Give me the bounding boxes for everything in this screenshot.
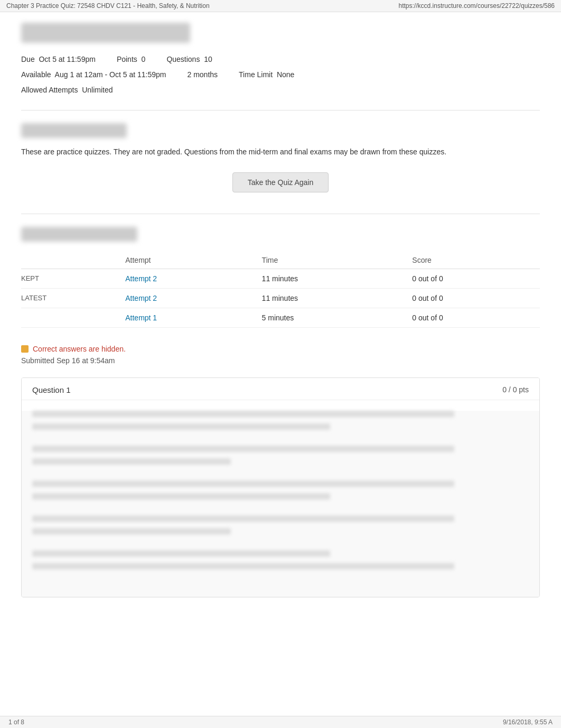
question-content-blur-10 xyxy=(32,563,454,569)
question-content-blur-5 xyxy=(32,481,454,487)
submitted-text: Submitted Sep 16 at 9:54am xyxy=(21,356,540,365)
correct-answers-notice: Correct answers are hidden. xyxy=(21,345,540,353)
divider-2 xyxy=(21,214,540,214)
question-content-blur-4 xyxy=(32,458,231,465)
question-body xyxy=(22,411,539,597)
meta-row-2: Available Aug 1 at 12am - Oct 5 at 11:59… xyxy=(21,68,540,81)
col-label xyxy=(21,252,119,269)
attempt-2-link-latest[interactable]: Attempt 2 xyxy=(125,294,157,302)
question-header: Question 1 0 / 0 pts xyxy=(22,378,539,400)
page-title-bar: Chapter 3 Practice Quiz: 72548 CHDV C121… xyxy=(6,2,210,10)
row-attempt-2: Attempt 2 xyxy=(119,288,255,308)
take-quiz-button[interactable]: Take the Quiz Again xyxy=(232,172,329,192)
question-body-spacer xyxy=(32,576,529,597)
correct-answers-text: Correct answers are hidden. xyxy=(33,345,126,353)
page-content: Due Oct 5 at 11:59pm Points 0 Questions … xyxy=(0,12,561,638)
row-score-3: 0 out of 0 xyxy=(406,308,540,327)
row-label-kept: KEPT xyxy=(21,269,119,288)
url-bar: https://kccd.instructure.com/courses/227… xyxy=(399,2,555,10)
row-label-empty xyxy=(21,308,119,327)
table-row: KEPT Attempt 2 11 minutes 0 out of 0 xyxy=(21,269,540,288)
question-content-blur-2 xyxy=(32,423,330,430)
meta-row-3: Allowed Attempts Unlimited xyxy=(21,84,540,97)
attempt-2-link-kept[interactable]: Attempt 2 xyxy=(125,274,157,283)
question-content-blur-9 xyxy=(32,550,330,557)
attempt-1-link[interactable]: Attempt 1 xyxy=(125,314,157,322)
table-header-row: Attempt Time Score xyxy=(21,252,540,269)
col-score: Score xyxy=(406,252,540,269)
attempt-table: Attempt Time Score KEPT Attempt 2 11 min… xyxy=(21,252,540,328)
question-content-blur-1 xyxy=(32,411,454,417)
notice-icon xyxy=(21,345,29,353)
row-time-3: 5 minutes xyxy=(256,308,406,327)
question-points: 0 / 0 pts xyxy=(502,385,529,394)
question-content-blur-7 xyxy=(32,515,454,522)
col-time: Time xyxy=(256,252,406,269)
row-score-1: 0 out of 0 xyxy=(406,269,540,288)
quiz-title-blurred xyxy=(21,23,190,43)
question-content-blur-3 xyxy=(32,446,454,452)
take-quiz-container: Take the Quiz Again xyxy=(21,172,540,192)
table-row: LATEST Attempt 2 11 minutes 0 out of 0 xyxy=(21,288,540,308)
question-content-blur-6 xyxy=(32,493,330,500)
quiz-metadata: Due Oct 5 at 11:59pm Points 0 Questions … xyxy=(21,53,540,97)
row-time-2: 11 minutes xyxy=(256,288,406,308)
attempt-history-title-blurred xyxy=(21,227,137,242)
row-time-1: 11 minutes xyxy=(256,269,406,288)
instructions-text: These are practice quizzes. They are not… xyxy=(21,146,540,158)
attempt-history-section: Attempt Time Score KEPT Attempt 2 11 min… xyxy=(21,218,540,328)
available-item: Available Aug 1 at 12am - Oct 5 at 11:59… xyxy=(21,68,166,81)
available-duration-item: 2 months xyxy=(187,68,218,81)
question-block-1: Question 1 0 / 0 pts xyxy=(21,377,540,597)
row-attempt-1: Attempt 2 xyxy=(119,269,255,288)
time-limit-item: Time Limit None xyxy=(239,68,294,81)
divider-1 xyxy=(21,110,540,110)
points-item: Points 0 xyxy=(117,53,146,66)
browser-bar: Chapter 3 Practice Quiz: 72548 CHDV C121… xyxy=(0,0,561,12)
row-attempt-3: Attempt 1 xyxy=(119,308,255,327)
question-content-blur-8 xyxy=(32,528,231,535)
allowed-attempts-item: Allowed Attempts Unlimited xyxy=(21,84,113,97)
row-label-latest: LATEST xyxy=(21,288,119,308)
instructions-title-blurred xyxy=(21,123,127,138)
table-row: Attempt 1 5 minutes 0 out of 0 xyxy=(21,308,540,327)
due-item: Due Oct 5 at 11:59pm xyxy=(21,53,96,66)
questions-item: Questions 10 xyxy=(166,53,212,66)
question-title: Question 1 xyxy=(32,385,71,394)
col-attempt: Attempt xyxy=(119,252,255,269)
meta-row-1: Due Oct 5 at 11:59pm Points 0 Questions … xyxy=(21,53,540,66)
row-score-2: 0 out of 0 xyxy=(406,288,540,308)
